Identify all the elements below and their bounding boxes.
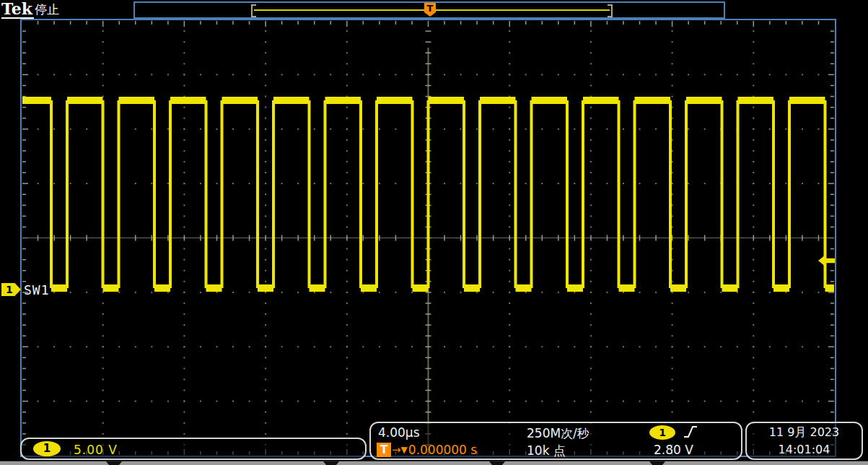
tek-logo: Tek — [1, 0, 34, 19]
record-length: 10k 点 — [527, 443, 566, 459]
channel1-scale: 5.00 V — [74, 443, 118, 457]
trigger-delay-row: T → ▼ 0.000000 s — [377, 442, 477, 458]
window-right-bracket-icon — [608, 4, 613, 17]
trigger-t-badge-icon: T — [377, 443, 391, 457]
channel1-badge: 1 — [33, 441, 61, 456]
bezel-notch-icon — [106, 461, 122, 465]
delay-marker-icon: ▼ — [401, 445, 408, 455]
datetime-readout: 11 9月 2023 14:01:04 — [745, 422, 863, 460]
delay-arrow-icon: → — [392, 443, 401, 456]
trigger-position-marker-icon: T — [424, 3, 436, 17]
trigger-source-badge: 1 — [649, 425, 675, 440]
graticule — [20, 19, 836, 457]
bezel-notch-icon — [489, 461, 505, 465]
sample-rate: 250M次/秒 — [527, 425, 589, 442]
rising-slope-icon — [683, 425, 698, 439]
date-label: 11 9月 2023 — [747, 425, 862, 440]
time-label: 14:01:04 — [747, 443, 862, 456]
channel1-ground-marker-icon: 1 — [1, 283, 21, 296]
oscilloscope-screen: Tek 停止 T T 1 SW1 1 5.00 V 4.00μs T → ▼ 0… — [0, 0, 868, 465]
bezel-notch-icon — [649, 461, 665, 465]
trigger-level-value: 2.80 V — [654, 443, 693, 457]
bezel-notch-icon — [323, 461, 339, 465]
waveform-plot — [22, 20, 835, 456]
channel1-readout: 1 5.00 V — [20, 438, 367, 460]
acquisition-status: 停止 — [35, 2, 59, 17]
channel1-waveform-label: SW1 — [24, 282, 50, 297]
horizontal-delay-value: 0.000000 s — [408, 443, 477, 457]
window-left-bracket-icon — [251, 4, 256, 17]
bottom-bezel — [0, 461, 868, 465]
horizontal-trigger-readout: 4.00μs T → ▼ 0.000000 s 250M次/秒 10k 点 1 … — [369, 422, 742, 460]
timebase-scale: 4.00μs — [378, 425, 420, 440]
record-overview-bar: T — [133, 1, 725, 19]
